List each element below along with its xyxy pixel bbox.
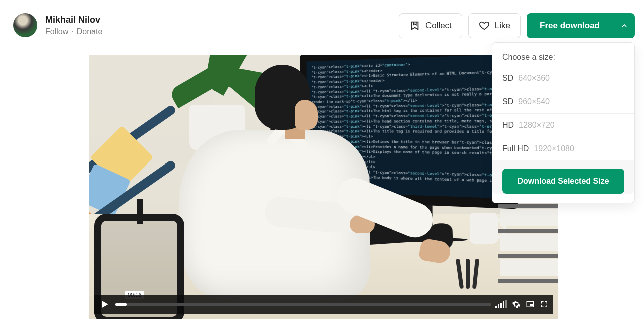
volume-control[interactable] — [495, 300, 507, 308]
size-label: SD — [502, 74, 513, 83]
size-option[interactable]: HD1280×720 — [492, 114, 634, 137]
author-name[interactable]: Mikhail Nilov — [45, 15, 102, 25]
video-player[interactable]: $ part of the HTML document. The documen… — [89, 55, 558, 319]
settings-button[interactable] — [512, 300, 521, 309]
like-button[interactable]: Like — [468, 13, 521, 38]
download-size-toggle[interactable] — [613, 13, 635, 38]
size-dimensions: 960×540 — [518, 97, 550, 106]
size-option[interactable]: SD960×540 — [492, 90, 634, 114]
size-dimensions: 1920×1080 — [534, 144, 574, 153]
pip-button[interactable] — [526, 300, 535, 309]
donate-link[interactable]: Donate — [77, 27, 103, 36]
gear-icon — [512, 300, 521, 309]
fullscreen-button[interactable] — [540, 300, 549, 309]
fullscreen-icon — [540, 300, 549, 309]
size-dimensions: 640×360 — [518, 74, 550, 83]
dropdown-title: Choose a size: — [492, 53, 634, 67]
svg-rect-0 — [530, 304, 533, 306]
collect-button[interactable]: Collect — [399, 13, 462, 38]
bookmark-icon — [409, 20, 420, 31]
download-selected-size-button[interactable]: Download Selected Size — [502, 169, 624, 194]
pip-icon — [526, 300, 535, 309]
download-label: Free download — [540, 21, 600, 31]
download-size-dropdown: Choose a size: SD640×360SD960×540HD1280×… — [492, 42, 635, 203]
chevron-up-icon — [620, 22, 628, 30]
play-icon — [100, 299, 110, 309]
heart-icon — [479, 20, 490, 31]
collect-label: Collect — [425, 21, 452, 31]
video-frame-illustration: $ part of the HTML document. The documen… — [89, 55, 558, 319]
like-label: Like — [495, 21, 510, 31]
video-controls — [94, 295, 553, 314]
free-download-button[interactable]: Free download — [527, 13, 613, 38]
size-option[interactable]: SD640×360 — [492, 67, 634, 90]
size-option[interactable]: Full HD1920×1080 — [492, 137, 634, 160]
progress-bar[interactable] — [115, 303, 491, 306]
separator-dot: · — [71, 27, 73, 36]
size-dimensions: 1280×720 — [519, 121, 555, 130]
play-button[interactable] — [98, 298, 111, 311]
size-label: SD — [502, 97, 513, 106]
size-label: Full HD — [502, 144, 529, 153]
author-avatar[interactable] — [13, 13, 37, 37]
follow-link[interactable]: Follow — [45, 27, 68, 36]
size-label: HD — [502, 121, 514, 130]
